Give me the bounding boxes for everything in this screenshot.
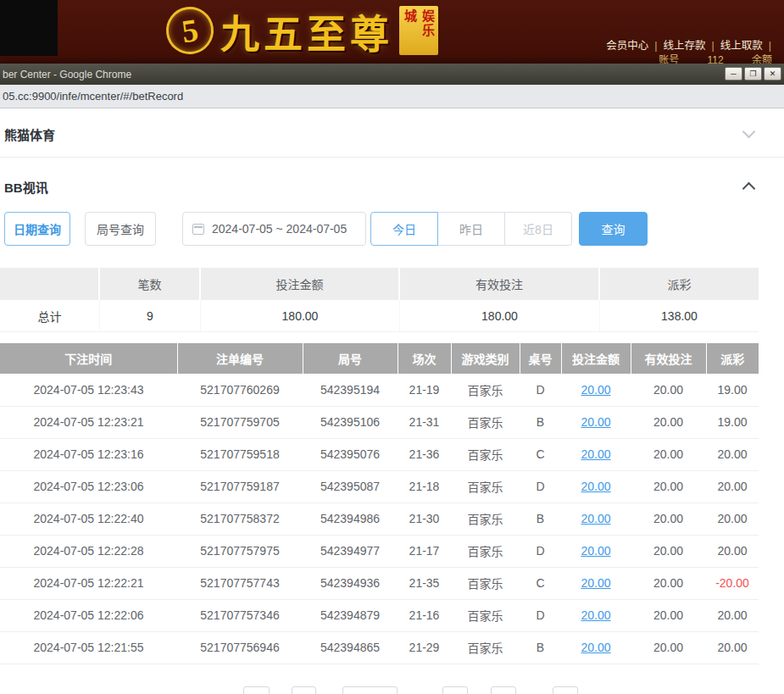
table-cell: 20.00 xyxy=(706,631,759,663)
table-cell: B xyxy=(520,502,561,535)
column-header: 派彩 xyxy=(706,343,759,374)
table-cell: 521707757743 xyxy=(177,567,303,599)
table-cell: 百家乐 xyxy=(451,631,520,663)
table-cell: 百家乐 xyxy=(451,502,520,535)
date-query-button[interactable]: 日期查询 xyxy=(4,212,70,246)
bet-amount-link[interactable]: 20.00 xyxy=(561,599,631,631)
table-cell: 20.00 xyxy=(631,374,706,406)
table-row: 2024-07-05 12:23:43521707760269542395194… xyxy=(0,374,759,406)
table-cell: 521707759518 xyxy=(177,438,303,470)
nav-member-center[interactable]: 会员中心 xyxy=(606,40,648,52)
minimize-button[interactable]: ─ xyxy=(725,67,742,81)
table-cell: C xyxy=(520,438,561,470)
bet-amount-link[interactable]: 20.00 xyxy=(561,406,631,438)
search-button[interactable]: 查询 xyxy=(579,212,648,246)
table-row: 2024-07-05 12:23:16521707759518542395076… xyxy=(0,438,759,470)
banner-nav: 会员中心|线上存款|线上取款| xyxy=(606,36,777,53)
pagination-next-button[interactable] xyxy=(553,686,578,694)
nav-online-deposit[interactable]: 线上存款 xyxy=(663,40,705,52)
window-title: ber Center - Google Chrome xyxy=(3,69,131,81)
table-cell: 542394986 xyxy=(303,502,398,535)
column-header: 场次 xyxy=(398,343,451,374)
table-cell: 521707760269 xyxy=(177,374,303,406)
table-cell: 21-36 xyxy=(398,438,451,470)
table-cell: 21-18 xyxy=(398,470,451,502)
table-cell: 20.00 xyxy=(706,502,759,535)
round-query-button[interactable]: 局号查询 xyxy=(85,212,156,246)
table-cell: 2024-07-05 12:22:28 xyxy=(0,535,177,567)
chevron-up-icon[interactable] xyxy=(742,182,756,196)
table-row: 2024-07-05 12:21:55521707756946542394865… xyxy=(0,631,759,663)
nav-separator: | xyxy=(654,40,657,52)
table-cell: 21-31 xyxy=(398,406,451,438)
last-8-days-button[interactable]: 近8日 xyxy=(504,212,572,246)
table-cell: 20.00 xyxy=(631,535,706,567)
section-bb-title: BB视讯 xyxy=(4,178,48,196)
table-cell: 21-17 xyxy=(398,535,451,567)
pagination-button[interactable] xyxy=(442,686,468,694)
pagination-prev-button[interactable] xyxy=(243,686,270,694)
column-header: 注单编号 xyxy=(177,343,303,374)
pagination-size-select[interactable] xyxy=(342,686,398,694)
bet-record-table: 下注时间注单编号局号场次游戏类别桌号投注金额有效投注派彩 2024-07-05 … xyxy=(0,343,759,664)
table-cell: 20.00 xyxy=(631,438,706,470)
column-header: 桌号 xyxy=(520,343,561,374)
summary-header-bet-amount: 投注金额 xyxy=(201,268,400,300)
bet-amount-link[interactable]: 20.00 xyxy=(561,374,631,406)
section-bb-video[interactable]: BB视讯 xyxy=(0,168,784,205)
pagination-button[interactable] xyxy=(491,686,516,694)
summary-header-row: 笔数 投注金额 有效投注 派彩 xyxy=(0,268,759,300)
bet-amount-link[interactable]: 20.00 xyxy=(561,631,631,663)
column-header: 下注时间 xyxy=(0,343,177,374)
table-cell: C xyxy=(520,567,561,599)
table-cell: 百家乐 xyxy=(451,470,520,502)
quick-range-group: 今日 昨日 近8日 xyxy=(370,212,572,246)
minimize-icon: ─ xyxy=(731,70,736,78)
summary-total-bet-amount: 180.00 xyxy=(201,300,400,332)
table-cell: 19.00 xyxy=(706,406,759,438)
table-cell: 2024-07-05 12:21:55 xyxy=(0,631,177,663)
date-range-input[interactable]: 2024-07-05 ~ 2024-07-05 xyxy=(182,212,366,246)
table-cell: 2024-07-05 12:23:16 xyxy=(0,438,177,470)
bet-amount-link[interactable]: 20.00 xyxy=(561,470,631,502)
table-cell: 20.00 xyxy=(706,438,759,470)
bet-amount-link[interactable]: 20.00 xyxy=(561,567,631,599)
bet-amount-link[interactable]: 20.00 xyxy=(561,502,631,535)
table-cell: 20.00 xyxy=(706,599,759,631)
bet-amount-link[interactable]: 20.00 xyxy=(561,438,631,470)
chevron-down-icon[interactable] xyxy=(742,125,756,139)
table-row: 2024-07-05 12:22:28521707757975542394977… xyxy=(0,535,759,567)
window-titlebar[interactable]: ber Center - Google Chrome ─ ❐ ✕ xyxy=(0,64,784,85)
chrome-window: ber Center - Google Chrome ─ ❐ ✕ 05.cc:9… xyxy=(0,64,784,694)
yesterday-button[interactable]: 昨日 xyxy=(437,212,505,246)
address-bar[interactable]: 05.cc:9900/infe/mcenter/#/betRecord xyxy=(0,85,784,108)
nav-online-withdraw[interactable]: 线上取款 xyxy=(720,40,763,52)
table-cell: 2024-07-05 12:23:06 xyxy=(0,470,177,502)
table-cell: 542394865 xyxy=(303,631,398,663)
column-header: 有效投注 xyxy=(631,343,706,374)
bet-amount-link[interactable]: 20.00 xyxy=(561,535,631,567)
filter-bar: 日期查询 局号查询 2024-07-05 ~ 2024-07-05 今日 昨日 … xyxy=(4,212,648,246)
table-cell: 2024-07-05 12:23:43 xyxy=(0,374,177,406)
banner-black-box xyxy=(0,0,58,56)
calendar-icon xyxy=(192,224,204,235)
table-cell: 521707759705 xyxy=(177,406,303,438)
pagination-page-button[interactable] xyxy=(292,686,316,694)
table-cell: D xyxy=(520,535,561,567)
table-cell: 百家乐 xyxy=(451,406,520,438)
close-button[interactable]: ✕ xyxy=(764,67,781,81)
today-button[interactable]: 今日 xyxy=(370,212,438,246)
column-header: 游戏类别 xyxy=(451,343,520,374)
maximize-button[interactable]: ❐ xyxy=(744,67,762,81)
bet-table-header-row: 下注时间注单编号局号场次游戏类别桌号投注金额有效投注派彩 xyxy=(0,343,759,374)
table-cell: 20.00 xyxy=(706,470,759,502)
nav-separator: | xyxy=(711,40,714,52)
summary-header-payout: 派彩 xyxy=(600,268,759,300)
table-cell: 20.00 xyxy=(631,406,706,438)
table-cell: 2024-07-05 12:22:06 xyxy=(0,599,177,631)
table-cell: 542394977 xyxy=(303,535,398,567)
column-header: 投注金额 xyxy=(561,343,631,374)
table-cell: B xyxy=(520,406,561,438)
table-cell: 542395106 xyxy=(303,406,398,438)
section-panda-sports[interactable]: 熊猫体育 xyxy=(0,115,784,153)
